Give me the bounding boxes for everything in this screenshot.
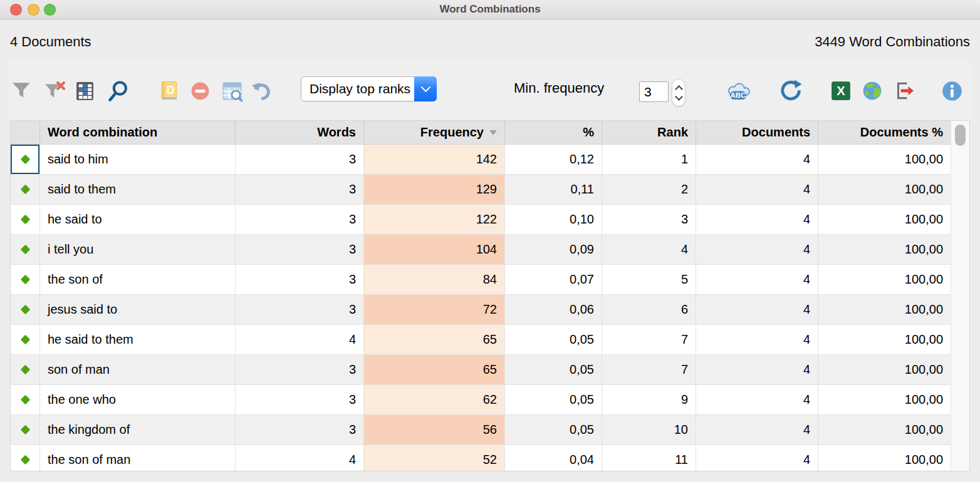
export-button[interactable] xyxy=(891,78,916,103)
dictionary-button[interactable]: D xyxy=(156,78,181,103)
documents-percent-cell: 100,00 xyxy=(818,445,951,471)
filter-button[interactable] xyxy=(9,78,34,103)
percent-cell: 0,05 xyxy=(505,385,602,414)
table-row[interactable]: the son of man4520,04114100,00 xyxy=(11,445,951,471)
diamond-icon xyxy=(20,215,30,225)
words-cell: 3 xyxy=(236,265,364,294)
words-cell: 3 xyxy=(236,385,364,414)
stop-list-icon xyxy=(190,81,211,101)
excel-letter: X xyxy=(837,84,845,98)
table-row[interactable]: he said to them4650,0574100,00 xyxy=(11,325,951,355)
rank-cell: 11 xyxy=(602,445,696,471)
table-body: said to him31420,1214100,00said to them3… xyxy=(11,145,951,471)
display-mode-dropdown[interactable]: Display top ranks xyxy=(301,76,437,101)
filter-icon xyxy=(11,80,32,101)
frequency-cell: 122 xyxy=(364,205,505,234)
documents-percent-cell: 100,00 xyxy=(818,385,951,414)
globe-icon xyxy=(862,80,883,101)
word-combination-cell: the kingdom of xyxy=(40,415,236,444)
table-row[interactable]: said to them31290,1124100,00 xyxy=(11,175,951,205)
column-header-frequency[interactable]: Frequency xyxy=(364,121,505,144)
min-frequency-input[interactable] xyxy=(639,81,669,102)
clear-filter-button[interactable] xyxy=(42,78,67,103)
column-header-words[interactable]: Words xyxy=(236,121,364,144)
rank-cell: 10 xyxy=(602,415,696,444)
words-cell: 3 xyxy=(236,205,364,234)
window-title: Word Combinations xyxy=(0,0,980,19)
rank-cell: 7 xyxy=(602,325,696,354)
rank-cell: 1 xyxy=(602,145,696,174)
percent-cell: 0,04 xyxy=(505,445,602,471)
documents-cell: 4 xyxy=(696,385,818,414)
word-combination-cell: jesus said to xyxy=(40,295,236,324)
select-columns-button[interactable] xyxy=(72,78,97,103)
words-cell: 3 xyxy=(236,295,364,324)
dictionary-icon: D xyxy=(159,80,179,101)
stop-list-button[interactable] xyxy=(187,78,212,103)
frequency-cell: 52 xyxy=(364,445,505,471)
column-header-diamond[interactable] xyxy=(11,121,40,144)
documents-cell: 4 xyxy=(696,265,818,294)
documents-cell: 4 xyxy=(696,205,818,234)
diamond-cell xyxy=(11,265,40,294)
table-row[interactable]: the kingdom of3560,05104100,00 xyxy=(11,415,951,445)
frequency-header-label: Frequency xyxy=(420,125,484,140)
documents-percent-cell: 100,00 xyxy=(818,355,951,384)
column-header-word-combination[interactable]: Word combination xyxy=(40,121,236,144)
diamond-icon xyxy=(20,455,30,465)
table-row[interactable]: son of man3650,0574100,00 xyxy=(11,355,951,385)
percent-cell: 0,05 xyxy=(505,355,602,384)
rank-cell: 3 xyxy=(602,205,696,234)
vertical-scrollbar[interactable] xyxy=(951,121,969,471)
frequency-cell: 62 xyxy=(364,385,505,414)
column-header-documents[interactable]: Documents xyxy=(696,121,818,144)
search-button[interactable] xyxy=(105,78,130,103)
percent-cell: 0,06 xyxy=(505,295,602,324)
column-header-rank[interactable]: Rank xyxy=(602,121,696,144)
percent-cell: 0,12 xyxy=(505,145,602,174)
word-combinations-table: Word combination Words Frequency % Rank … xyxy=(10,120,970,471)
info-button[interactable] xyxy=(939,78,964,103)
toolbar xyxy=(9,61,971,118)
table-main: Word combination Words Frequency % Rank … xyxy=(11,121,951,471)
sort-descending-icon xyxy=(489,130,497,135)
table-row[interactable]: jesus said to3720,0664100,00 xyxy=(11,295,951,325)
word-cloud-button[interactable]: ABC xyxy=(726,78,751,103)
diamond-cell xyxy=(11,355,40,384)
excel-export-button[interactable]: X xyxy=(828,78,853,103)
percent-cell: 0,11 xyxy=(505,175,602,204)
word-combination-cell: he said to them xyxy=(40,325,236,354)
min-frequency-stepper[interactable] xyxy=(672,79,685,106)
word-combination-cell: son of man xyxy=(40,355,236,384)
column-header-percent[interactable]: % xyxy=(505,121,602,144)
stepper-up-icon[interactable] xyxy=(675,85,683,93)
excel-icon: X xyxy=(830,80,852,101)
diamond-cell xyxy=(11,205,40,234)
word-combination-cell: the one who xyxy=(40,385,236,414)
table-row[interactable]: the one who3620,0594100,00 xyxy=(11,385,951,415)
diamond-icon xyxy=(20,395,30,405)
table-row[interactable]: said to him31420,1214100,00 xyxy=(11,145,951,175)
undo-button[interactable] xyxy=(248,78,273,103)
frequency-cell: 104 xyxy=(364,235,505,264)
word-cloud-icon: ABC xyxy=(727,79,750,103)
refresh-button[interactable] xyxy=(778,78,803,103)
dictionary-letter: D xyxy=(166,84,174,96)
word-combination-cell: said to him xyxy=(40,145,236,174)
scrollbar-thumb[interactable] xyxy=(955,125,966,146)
documents-cell: 4 xyxy=(696,415,818,444)
diamond-cell xyxy=(11,325,40,354)
table-row[interactable]: he said to31220,1034100,00 xyxy=(11,205,951,235)
html-export-button[interactable] xyxy=(860,78,885,103)
frequency-cell: 129 xyxy=(364,175,505,204)
export-icon xyxy=(893,80,914,101)
column-header-documents-percent[interactable]: Documents % xyxy=(818,121,951,144)
table-row[interactable]: i tell you31040,0944100,00 xyxy=(11,235,951,265)
words-cell: 3 xyxy=(236,355,364,384)
stepper-down-icon[interactable] xyxy=(675,93,683,101)
table-row[interactable]: the son of3840,0754100,00 xyxy=(11,265,951,295)
search-icon xyxy=(107,79,129,102)
search-results-button[interactable] xyxy=(219,78,244,103)
word-combination-cell: he said to xyxy=(40,205,236,234)
documents-percent-cell: 100,00 xyxy=(818,325,951,354)
